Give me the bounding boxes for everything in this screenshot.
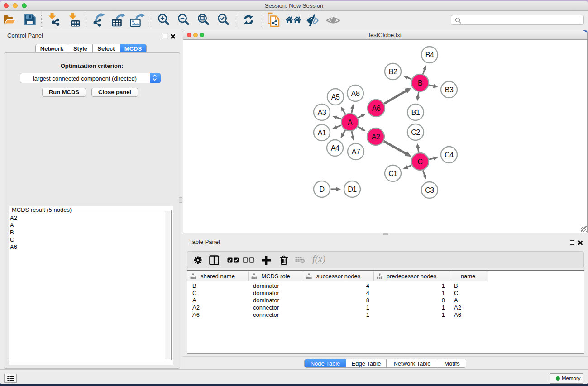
svg-text:B3: B3 (445, 86, 454, 94)
svg-text:B2: B2 (389, 68, 397, 76)
svg-text:A4: A4 (331, 144, 339, 152)
svg-text:A8: A8 (351, 90, 360, 97)
svg-text:A1: A1 (318, 129, 326, 137)
svg-text:C: C (417, 158, 422, 166)
svg-text:C2: C2 (411, 129, 420, 136)
svg-text:A5: A5 (331, 93, 340, 101)
svg-text:C4: C4 (445, 151, 454, 159)
svg-text:B4: B4 (425, 51, 434, 59)
svg-text:A3: A3 (318, 109, 326, 116)
svg-text:C3: C3 (425, 186, 434, 194)
svg-text:A2: A2 (372, 133, 380, 141)
svg-text:B: B (418, 79, 422, 87)
svg-text:D: D (319, 186, 324, 193)
svg-text:A: A (348, 119, 353, 126)
svg-text:D1: D1 (348, 186, 357, 193)
svg-text:A7: A7 (352, 148, 360, 156)
svg-text:B1: B1 (411, 109, 420, 116)
svg-text:A6: A6 (372, 105, 381, 112)
svg-text:C1: C1 (388, 170, 397, 177)
